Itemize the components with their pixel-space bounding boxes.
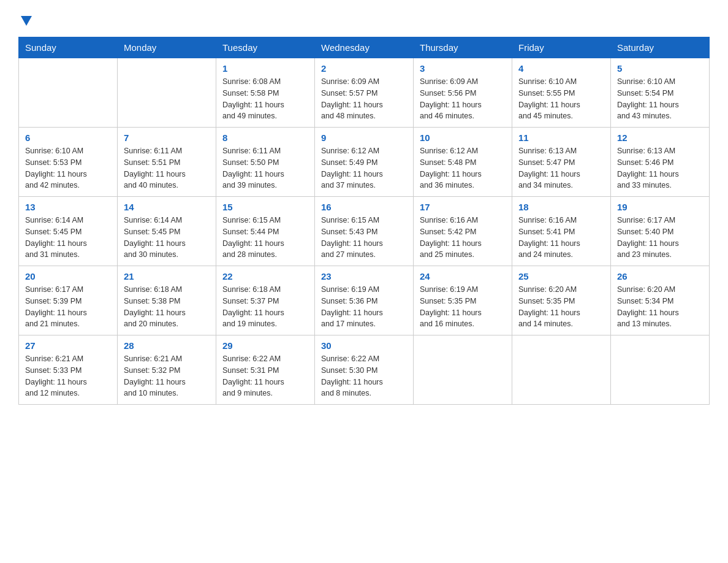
calendar-cell: 29Sunrise: 6:22 AM Sunset: 5:31 PM Dayli…: [216, 335, 315, 405]
calendar-week-row: 27Sunrise: 6:21 AM Sunset: 5:33 PM Dayli…: [19, 335, 710, 405]
calendar-cell: [19, 58, 118, 128]
day-info: Sunrise: 6:10 AM Sunset: 5:55 PM Dayligh…: [518, 76, 604, 122]
calendar-week-row: 20Sunrise: 6:17 AM Sunset: 5:39 PM Dayli…: [19, 266, 710, 335]
calendar-cell: 17Sunrise: 6:16 AM Sunset: 5:42 PM Dayli…: [414, 197, 512, 266]
day-number: 11: [518, 132, 604, 143]
day-info: Sunrise: 6:12 AM Sunset: 5:48 PM Dayligh…: [420, 145, 506, 191]
calendar-cell: 26Sunrise: 6:20 AM Sunset: 5:34 PM Dayli…: [611, 266, 710, 335]
day-number: 7: [124, 132, 210, 143]
calendar-cell: 7Sunrise: 6:11 AM Sunset: 5:51 PM Daylig…: [118, 128, 216, 197]
day-number: 12: [617, 132, 703, 143]
day-number: 6: [25, 132, 111, 143]
calendar-cell: 2Sunrise: 6:09 AM Sunset: 5:57 PM Daylig…: [315, 58, 414, 128]
day-number: 20: [25, 271, 111, 282]
day-number: 15: [222, 202, 308, 212]
day-info: Sunrise: 6:10 AM Sunset: 5:53 PM Dayligh…: [25, 145, 111, 191]
logo: [18, 12, 33, 27]
day-info: Sunrise: 6:17 AM Sunset: 5:40 PM Dayligh…: [617, 215, 703, 261]
day-info: Sunrise: 6:19 AM Sunset: 5:36 PM Dayligh…: [321, 284, 407, 330]
day-number: 1: [222, 63, 308, 74]
calendar-cell: 21Sunrise: 6:18 AM Sunset: 5:38 PM Dayli…: [118, 266, 216, 335]
day-info: Sunrise: 6:14 AM Sunset: 5:45 PM Dayligh…: [124, 215, 210, 261]
day-info: Sunrise: 6:11 AM Sunset: 5:50 PM Dayligh…: [222, 145, 308, 191]
day-info: Sunrise: 6:19 AM Sunset: 5:35 PM Dayligh…: [420, 284, 506, 330]
calendar-week-row: 1Sunrise: 6:08 AM Sunset: 5:58 PM Daylig…: [19, 58, 710, 128]
svg-marker-0: [21, 16, 32, 26]
calendar-cell: 6Sunrise: 6:10 AM Sunset: 5:53 PM Daylig…: [19, 128, 118, 197]
calendar-cell: 15Sunrise: 6:15 AM Sunset: 5:44 PM Dayli…: [216, 197, 315, 266]
weekday-header-thursday: Thursday: [414, 37, 512, 58]
day-number: 5: [617, 63, 703, 74]
day-number: 25: [518, 271, 604, 282]
day-number: 19: [617, 202, 703, 212]
day-number: 23: [321, 271, 407, 282]
calendar-cell: 22Sunrise: 6:18 AM Sunset: 5:37 PM Dayli…: [216, 266, 315, 335]
day-info: Sunrise: 6:09 AM Sunset: 5:57 PM Dayligh…: [321, 76, 407, 122]
day-info: Sunrise: 6:16 AM Sunset: 5:41 PM Dayligh…: [518, 215, 604, 261]
calendar-cell: 10Sunrise: 6:12 AM Sunset: 5:48 PM Dayli…: [414, 128, 512, 197]
day-info: Sunrise: 6:18 AM Sunset: 5:37 PM Dayligh…: [222, 284, 308, 330]
calendar-cell: 19Sunrise: 6:17 AM Sunset: 5:40 PM Dayli…: [611, 197, 710, 266]
calendar-cell: 16Sunrise: 6:15 AM Sunset: 5:43 PM Dayli…: [315, 197, 414, 266]
day-number: 3: [420, 63, 506, 74]
calendar-cell: 13Sunrise: 6:14 AM Sunset: 5:45 PM Dayli…: [19, 197, 118, 266]
page-header: [18, 12, 710, 27]
day-number: 4: [518, 63, 604, 74]
calendar-cell: 5Sunrise: 6:10 AM Sunset: 5:54 PM Daylig…: [611, 58, 710, 128]
calendar-cell: 25Sunrise: 6:20 AM Sunset: 5:35 PM Dayli…: [512, 266, 611, 335]
day-info: Sunrise: 6:18 AM Sunset: 5:38 PM Dayligh…: [124, 284, 210, 330]
calendar-table: SundayMondayTuesdayWednesdayThursdayFrid…: [18, 37, 710, 405]
day-info: Sunrise: 6:21 AM Sunset: 5:33 PM Dayligh…: [25, 353, 111, 399]
day-info: Sunrise: 6:13 AM Sunset: 5:46 PM Dayligh…: [617, 145, 703, 191]
calendar-cell: 4Sunrise: 6:10 AM Sunset: 5:55 PM Daylig…: [512, 58, 611, 128]
day-number: 16: [321, 202, 407, 212]
day-info: Sunrise: 6:16 AM Sunset: 5:42 PM Dayligh…: [420, 215, 506, 261]
day-number: 13: [25, 202, 111, 212]
calendar-cell: 30Sunrise: 6:22 AM Sunset: 5:30 PM Dayli…: [315, 335, 414, 405]
day-number: 9: [321, 132, 407, 143]
calendar-cell: 3Sunrise: 6:09 AM Sunset: 5:56 PM Daylig…: [414, 58, 512, 128]
day-info: Sunrise: 6:22 AM Sunset: 5:30 PM Dayligh…: [321, 353, 407, 399]
calendar-cell: 23Sunrise: 6:19 AM Sunset: 5:36 PM Dayli…: [315, 266, 414, 335]
calendar-cell: 14Sunrise: 6:14 AM Sunset: 5:45 PM Dayli…: [118, 197, 216, 266]
day-info: Sunrise: 6:12 AM Sunset: 5:49 PM Dayligh…: [321, 145, 407, 191]
day-number: 14: [124, 202, 210, 212]
day-info: Sunrise: 6:20 AM Sunset: 5:35 PM Dayligh…: [518, 284, 604, 330]
weekday-header-tuesday: Tuesday: [216, 37, 315, 58]
calendar-cell: [512, 335, 611, 405]
weekday-header-wednesday: Wednesday: [315, 37, 414, 58]
calendar-header-row: SundayMondayTuesdayWednesdayThursdayFrid…: [19, 37, 710, 58]
day-info: Sunrise: 6:10 AM Sunset: 5:54 PM Dayligh…: [617, 76, 703, 122]
day-number: 8: [222, 132, 308, 143]
calendar-cell: 24Sunrise: 6:19 AM Sunset: 5:35 PM Dayli…: [414, 266, 512, 335]
day-info: Sunrise: 6:15 AM Sunset: 5:43 PM Dayligh…: [321, 215, 407, 261]
calendar-week-row: 13Sunrise: 6:14 AM Sunset: 5:45 PM Dayli…: [19, 197, 710, 266]
calendar-cell: 1Sunrise: 6:08 AM Sunset: 5:58 PM Daylig…: [216, 58, 315, 128]
calendar-cell: 9Sunrise: 6:12 AM Sunset: 5:49 PM Daylig…: [315, 128, 414, 197]
day-number: 17: [420, 202, 506, 212]
day-number: 26: [617, 271, 703, 282]
day-info: Sunrise: 6:09 AM Sunset: 5:56 PM Dayligh…: [420, 76, 506, 122]
calendar-cell: 27Sunrise: 6:21 AM Sunset: 5:33 PM Dayli…: [19, 335, 118, 405]
day-info: Sunrise: 6:17 AM Sunset: 5:39 PM Dayligh…: [25, 284, 111, 330]
day-number: 29: [222, 340, 308, 351]
day-number: 28: [124, 340, 210, 351]
day-number: 24: [420, 271, 506, 282]
calendar-week-row: 6Sunrise: 6:10 AM Sunset: 5:53 PM Daylig…: [19, 128, 710, 197]
weekday-header-monday: Monday: [118, 37, 216, 58]
calendar-cell: [118, 58, 216, 128]
calendar-cell: 18Sunrise: 6:16 AM Sunset: 5:41 PM Dayli…: [512, 197, 611, 266]
weekday-header-friday: Friday: [512, 37, 611, 58]
day-number: 18: [518, 202, 604, 212]
day-info: Sunrise: 6:11 AM Sunset: 5:51 PM Dayligh…: [124, 145, 210, 191]
day-number: 2: [321, 63, 407, 74]
calendar-cell: 28Sunrise: 6:21 AM Sunset: 5:32 PM Dayli…: [118, 335, 216, 405]
calendar-cell: [414, 335, 512, 405]
day-info: Sunrise: 6:22 AM Sunset: 5:31 PM Dayligh…: [222, 353, 308, 399]
calendar-cell: 8Sunrise: 6:11 AM Sunset: 5:50 PM Daylig…: [216, 128, 315, 197]
logo-icon: [20, 13, 33, 27]
weekday-header-saturday: Saturday: [611, 37, 710, 58]
calendar-cell: 11Sunrise: 6:13 AM Sunset: 5:47 PM Dayli…: [512, 128, 611, 197]
calendar-cell: 12Sunrise: 6:13 AM Sunset: 5:46 PM Dayli…: [611, 128, 710, 197]
day-number: 27: [25, 340, 111, 351]
